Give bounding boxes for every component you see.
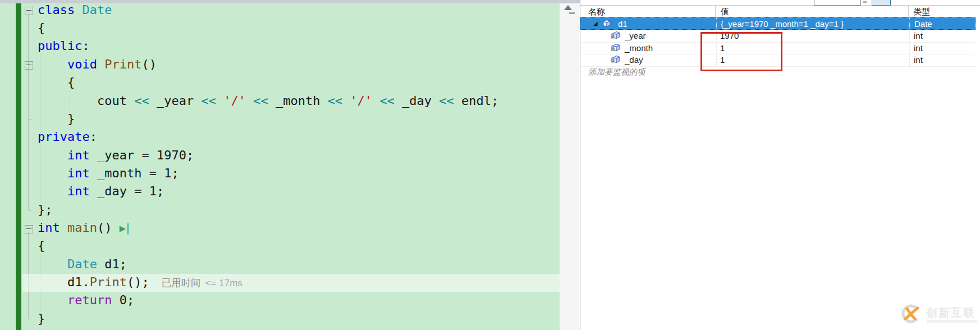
watch-type-cell: int: [914, 31, 923, 40]
code-line[interactable]: public:: [38, 37, 498, 55]
code-token: {: [38, 75, 75, 89]
code-line[interactable]: }: [38, 310, 498, 328]
code-token: return: [67, 293, 112, 307]
code-token: <<: [379, 94, 395, 108]
scrollbar-thumb[interactable]: [569, 12, 575, 14]
code-token: _year = 1970;: [90, 148, 194, 162]
vs-debug-screenshot: { "editor": { "lines": [ {"tokens":[{"s"…: [0, 0, 980, 330]
perf-tip-label[interactable]: 已用时间: [162, 277, 201, 288]
code-token: int: [67, 184, 90, 198]
collapse-toggle-print[interactable]: [25, 61, 33, 70]
code-line[interactable]: {: [38, 19, 498, 37]
code-line[interactable]: int _month = 1;: [38, 164, 498, 182]
code-token: [38, 257, 67, 271]
code-token: [38, 293, 67, 307]
code-token: :: [90, 130, 97, 144]
watch-row-d1[interactable]: ◢d1{_year=1970 _month=1 _day=1 }Date: [580, 17, 976, 30]
code-token: (): [141, 57, 157, 71]
private-member-icon: [611, 55, 621, 65]
collapse-toggle-main[interactable]: [25, 225, 33, 233]
code-token: class: [38, 3, 75, 17]
watch-value-cell[interactable]: {_year=1970 _month=1 _day=1 }: [721, 19, 844, 29]
code-token: }: [38, 311, 45, 326]
code-token: cout: [38, 94, 134, 108]
editor-top-strip: [0, 0, 580, 3]
code-token: [60, 221, 67, 235]
code-token: private: [38, 130, 90, 144]
code-line[interactable]: {: [38, 74, 498, 91]
code-token: Print: [90, 275, 127, 289]
code-line[interactable]: int main() ▶|: [38, 219, 498, 237]
scrollbar-up-arrow-icon[interactable]: [564, 5, 572, 10]
code-token: <<: [134, 94, 149, 108]
code-line[interactable]: }: [38, 110, 498, 128]
code-token: endl;: [454, 94, 498, 108]
code-token: [38, 166, 67, 180]
code-token: {: [38, 21, 45, 35]
watermark-text: 创新互联: [926, 305, 976, 320]
tree-expander-icon[interactable]: ◢: [593, 21, 598, 26]
add-watch-item-row[interactable]: 添加要监视的项: [588, 67, 645, 77]
code-token: void: [67, 57, 97, 71]
code-token: _day = 1;: [90, 184, 164, 198]
code-line[interactable]: void Print(): [38, 56, 498, 74]
code-line[interactable]: return 0;: [38, 291, 498, 309]
code-token: [372, 94, 379, 108]
code-token: d1.: [38, 275, 90, 289]
code-line[interactable]: int _year = 1970;: [38, 146, 498, 164]
code-line[interactable]: class Date: [38, 1, 498, 19]
code-token: <<: [253, 94, 268, 108]
code-token: _year: [149, 94, 202, 108]
private-member-icon: [611, 31, 621, 41]
code-token: d1;: [97, 257, 127, 271]
code-token: Print: [104, 57, 141, 71]
code-line[interactable]: int _day = 1;: [38, 182, 498, 200]
code-token: int: [67, 148, 90, 162]
code-token: [246, 94, 253, 108]
watch-name-cell: d1: [618, 19, 628, 29]
code-token: _day: [395, 94, 439, 108]
code-line[interactable]: cout << _year << '/' << _month << '/' <<…: [38, 92, 498, 110]
perf-tip-value[interactable]: <= 17ms: [205, 278, 242, 288]
code-token: [75, 3, 82, 17]
watermark-logo-icon: [900, 303, 923, 326]
code-line[interactable]: d1.Print();已用时间<= 17ms: [38, 273, 498, 291]
red-highlight-annotation: [700, 32, 782, 71]
code-token: public: [38, 39, 82, 53]
code-token: Date: [67, 257, 97, 271]
code-line[interactable]: {: [38, 237, 498, 255]
watch-type-cell: Date: [914, 19, 932, 29]
code-token: '/': [223, 94, 246, 108]
cell-separator: [909, 18, 910, 29]
watch-name-cell: _day: [625, 55, 643, 65]
code-token: [38, 148, 67, 162]
code-text-area[interactable]: class Date{public: void Print() { cout <…: [38, 1, 498, 328]
collapse-toggle-class[interactable]: [25, 7, 33, 15]
code-token: <<: [439, 94, 454, 108]
watch-type-cell: int: [914, 43, 923, 53]
code-token: main: [67, 221, 97, 235]
run-indicator-icon: ▶|: [120, 222, 130, 234]
code-token: [216, 94, 223, 108]
code-token: _month: [268, 94, 328, 108]
code-token: '/': [350, 94, 372, 108]
code-line[interactable]: };: [38, 201, 498, 219]
code-token: [342, 94, 350, 108]
code-token: [38, 57, 67, 71]
private-member-icon: [611, 43, 621, 53]
code-token: [97, 57, 104, 71]
code-token: :: [82, 39, 89, 53]
watermark: 创新互联: [900, 303, 980, 327]
code-editor[interactable]: class Date{public: void Print() { cout <…: [0, 0, 560, 330]
watch-name-cell: _year: [625, 31, 646, 40]
code-token: }: [38, 112, 75, 126]
code-line[interactable]: Date d1;: [38, 255, 498, 273]
code-token: _month = 1;: [90, 166, 179, 180]
code-token: {: [38, 239, 45, 253]
object-icon: [601, 19, 611, 29]
code-token: <<: [201, 94, 216, 108]
cell-separator: [716, 18, 717, 29]
code-token: (): [97, 221, 120, 235]
watermark-subtext-bar: [927, 320, 977, 323]
code-line[interactable]: private:: [38, 128, 498, 146]
